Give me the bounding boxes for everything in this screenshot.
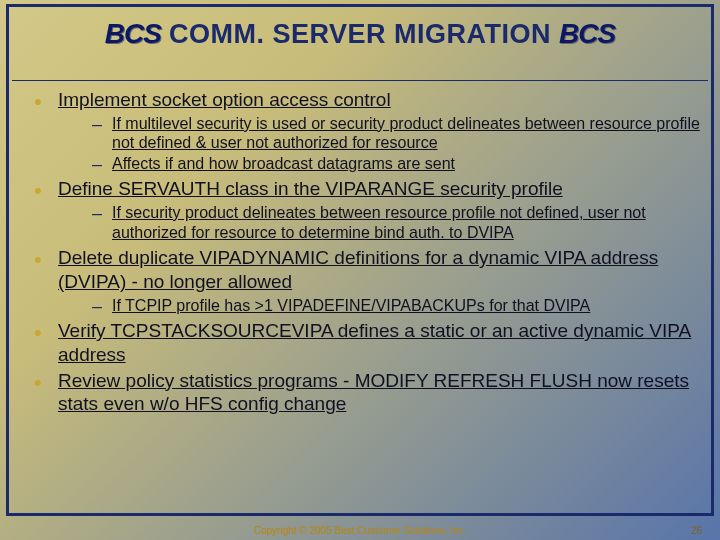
footer-copyright: Copyright © 2005 Best Customer Solutions… [0, 525, 720, 536]
sub-item: If security product delineates between r… [58, 203, 700, 242]
sub-underline: If multilevel security is used or [112, 115, 330, 132]
sub-item: Affects if and how broadcast datagrams a… [58, 154, 700, 174]
sub-underline: If [112, 204, 125, 221]
logo-right: BCS [559, 18, 615, 50]
page-number: 26 [691, 525, 702, 536]
bullet-list: Implement socket option access control I… [30, 88, 700, 416]
slide-content: Implement socket option access control I… [30, 88, 700, 510]
sub-list: If multilevel security is used or securi… [58, 114, 700, 174]
bullet-item: Review policy statistics programs - MODI… [30, 369, 700, 417]
bullet-item: Delete duplicate VIPADYNAMIC definitions… [30, 246, 700, 315]
logo-left: BCS [105, 18, 161, 50]
frame-border-right [711, 4, 714, 516]
page-title: COMM. SERVER MIGRATION [169, 19, 551, 50]
sub-text: Affects if and how broadcast datagrams a… [112, 155, 455, 172]
frame-border-top [6, 4, 714, 7]
divider-line [12, 80, 708, 81]
sub-item: If TCPIP profile has >1 VIPADEFINE/VIPAB… [58, 296, 700, 316]
sub-list: If TCPIP profile has >1 VIPADEFINE/VIPAB… [58, 296, 700, 316]
sub-text: If TCPIP profile has >1 VIPADEFINE/VIPAB… [112, 297, 590, 314]
bullet-text: Delete duplicate VIPADYNAMIC definitions… [58, 247, 658, 292]
frame-border-left [6, 4, 9, 516]
sub-text: security product delineates between reso… [112, 204, 646, 241]
bullet-item: Implement socket option access control I… [30, 88, 700, 173]
bullet-text: Verify TCPSTACKSOURCEVIPA defines a stat… [58, 320, 691, 365]
sub-item: If multilevel security is used or securi… [58, 114, 700, 153]
sub-list: If security product delineates between r… [58, 203, 700, 242]
frame-border-bottom [6, 513, 714, 516]
bullet-text: Review policy statistics programs - MODI… [58, 370, 689, 415]
bullet-item: Define SERVAUTH class in the VIPARANGE s… [30, 177, 700, 242]
title-bar: BCS COMM. SERVER MIGRATION BCS [20, 18, 700, 50]
bullet-item: Verify TCPSTACKSOURCEVIPA defines a stat… [30, 319, 700, 367]
bullet-text: Define SERVAUTH class in the VIPARANGE s… [58, 178, 563, 199]
bullet-text: Implement socket option access control [58, 89, 391, 110]
